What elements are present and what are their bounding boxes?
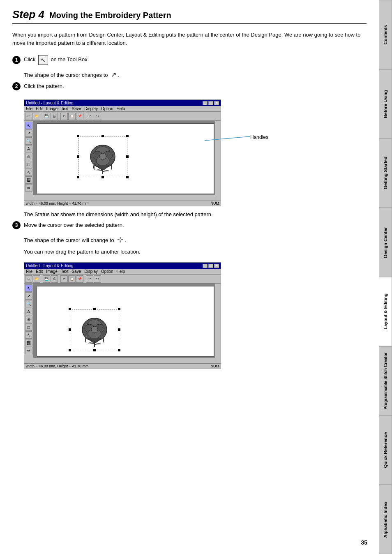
- maximize-btn-1[interactable]: □: [208, 101, 213, 105]
- tool-rect[interactable]: □: [25, 161, 32, 168]
- page-number: 35: [361, 539, 367, 546]
- status-dimensions-2: width = 46.00 mm, Height = 41.70 mm: [26, 364, 89, 368]
- menu-file[interactable]: File: [26, 106, 32, 111]
- win-title-2: Untitled - Layout & Editing: [26, 263, 74, 268]
- sidebar-tab-quick-reference[interactable]: Quick Reference: [379, 416, 392, 485]
- tb-redo[interactable]: ↪: [94, 113, 101, 120]
- sidebar-tab-design-center[interactable]: Design Center: [379, 208, 392, 277]
- tb2-save[interactable]: 💾: [43, 275, 50, 283]
- cursor-change-text-2: The shape of the cursor will change to ⊹…: [24, 234, 367, 245]
- handle2-br: [118, 349, 120, 351]
- tb2-cut[interactable]: ✂: [60, 275, 68, 283]
- status-dimensions-1: width = 46.00 mm, Height = 41.70 mm: [26, 201, 89, 205]
- tb-save[interactable]: 💾: [43, 113, 50, 120]
- tool-select[interactable]: ↖: [25, 122, 32, 129]
- tb2-copy[interactable]: 📋: [68, 275, 76, 283]
- minimize-btn-2[interactable]: _: [203, 264, 208, 268]
- screenshot-2: Untitled - Layout & Editing _ □ ✕ File E…: [24, 262, 221, 369]
- win-toolbox-2: ↖ ↗ 🔍 A ⊕ □ ∿ 🖼 ✏: [24, 284, 33, 363]
- close-btn-1[interactable]: ✕: [214, 101, 219, 105]
- tb-print[interactable]: 🖨: [51, 113, 58, 120]
- menu2-save[interactable]: Save: [72, 269, 81, 274]
- sidebar-tab-contents[interactable]: Contents: [379, 0, 392, 69]
- tool2-poly[interactable]: ∿: [25, 331, 32, 339]
- menu2-file[interactable]: File: [26, 269, 32, 274]
- scrollbar-v-1[interactable]: [215, 121, 221, 201]
- cursor-icon-1: ↗: [111, 71, 116, 78]
- tb-undo[interactable]: ↩: [86, 113, 93, 120]
- menu-image[interactable]: Image: [46, 106, 58, 111]
- tb2-new[interactable]: □: [25, 275, 32, 283]
- scrollbar-h-2[interactable]: [33, 358, 215, 363]
- win-menubar-2: File Edit Image Text Save Display Option…: [24, 269, 221, 275]
- menu2-display[interactable]: Display: [84, 269, 98, 274]
- tool-shape1[interactable]: ⊕: [25, 153, 32, 160]
- tool-zoom[interactable]: 🔍: [25, 137, 32, 145]
- tool-text[interactable]: A: [25, 145, 32, 152]
- menu2-option[interactable]: Option: [101, 269, 113, 274]
- minimize-btn-1[interactable]: _: [203, 101, 208, 105]
- maximize-btn-2[interactable]: □: [208, 264, 213, 268]
- canvas-page-2: [37, 286, 214, 357]
- handle-ml: [77, 155, 79, 158]
- step-circle-2: 2: [12, 82, 21, 90]
- intro-text: When you import a pattern from Design Ce…: [12, 31, 367, 47]
- menu-save[interactable]: Save: [72, 106, 81, 111]
- tool-stamp[interactable]: 🖼: [25, 176, 32, 184]
- tb-copy[interactable]: 📋: [68, 113, 76, 120]
- tool2-select[interactable]: ↖: [25, 284, 32, 292]
- win-canvas-1: [33, 121, 221, 201]
- svg-point-5: [99, 153, 106, 160]
- menu2-edit[interactable]: Edit: [36, 269, 43, 274]
- tb-new[interactable]: □: [25, 113, 32, 120]
- menu-option[interactable]: Option: [101, 106, 113, 111]
- tool2-stamp[interactable]: 🖼: [25, 339, 32, 346]
- step-circle-3: 3: [12, 221, 21, 229]
- sidebar-tab-getting-started[interactable]: Getting Started: [379, 138, 392, 208]
- menu-text[interactable]: Text: [61, 106, 68, 111]
- handle2-tr: [118, 308, 120, 310]
- handles-label: Handles: [250, 134, 268, 140]
- tb2-paste[interactable]: 📌: [76, 275, 83, 283]
- sidebar-tab-layout-editing[interactable]: Layout & Editing: [379, 277, 392, 346]
- menu2-text[interactable]: Text: [61, 269, 68, 274]
- win-titlebar-1: Untitled - Layout & Editing _ □ ✕: [24, 100, 221, 106]
- tool2-pencil[interactable]: ✏: [25, 347, 32, 354]
- scrollbar-h-1[interactable]: [33, 195, 215, 201]
- tb-open[interactable]: 📂: [33, 113, 40, 120]
- menu2-image[interactable]: Image: [46, 269, 58, 274]
- tb-cut[interactable]: ✂: [60, 113, 68, 120]
- menu-help[interactable]: Help: [117, 106, 125, 111]
- tool-arrow[interactable]: ↗: [25, 129, 32, 137]
- sidebar-tab-alphabetic-index[interactable]: Alphabetic Index: [379, 485, 392, 554]
- tool2-zoom[interactable]: 🔍: [25, 300, 32, 307]
- menu-edit[interactable]: Edit: [36, 106, 43, 111]
- drag-text: You can now drag the pattern to another …: [24, 248, 367, 256]
- step-2: 2 Click the pattern.: [12, 82, 367, 90]
- handle-tm: [101, 135, 104, 137]
- tool2-rect[interactable]: □: [25, 323, 32, 331]
- tool2-arrow[interactable]: ↗: [25, 292, 32, 300]
- tb-paste[interactable]: 📌: [76, 113, 83, 120]
- tb2-open[interactable]: 📂: [33, 275, 40, 283]
- tool-poly[interactable]: ∿: [25, 169, 32, 176]
- tool2-shape1[interactable]: ⊕: [25, 316, 32, 323]
- status-bar-text: The Status bar shows the dimensions (wid…: [24, 210, 367, 219]
- select-tool-icon: ↖: [38, 55, 48, 65]
- menu-display[interactable]: Display: [84, 106, 98, 111]
- step-circle-1: 1: [12, 56, 21, 64]
- scrollbar-v-2[interactable]: [215, 284, 221, 363]
- tool2-text[interactable]: A: [25, 308, 32, 315]
- menu2-help[interactable]: Help: [117, 269, 125, 274]
- sidebar-tab-programmable[interactable]: Programmable Stitch Creator: [379, 346, 392, 416]
- svg-point-13: [91, 326, 98, 333]
- win-menubar-1: File Edit Image Text Save Display Option…: [24, 106, 221, 112]
- win-toolbox-1: ↖ ↗ 🔍 A ⊕ □ ∿ 🖼 ✏: [24, 121, 33, 201]
- tb2-redo[interactable]: ↪: [94, 275, 101, 283]
- close-btn-2[interactable]: ✕: [214, 264, 219, 268]
- tool-pencil[interactable]: ✏: [25, 184, 32, 192]
- tb2-undo[interactable]: ↩: [86, 275, 93, 283]
- step-heading: Step 4 Moving the Embroidery Pattern: [12, 8, 367, 24]
- tb2-print[interactable]: 🖨: [51, 275, 58, 283]
- sidebar-tab-before-using[interactable]: Before Using: [379, 69, 392, 139]
